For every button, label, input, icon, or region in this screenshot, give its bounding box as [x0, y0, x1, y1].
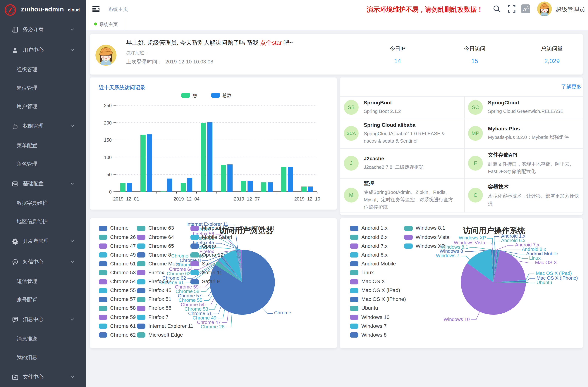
svg-text:您: 您 — [192, 93, 197, 98]
svg-text:Z: Z — [8, 6, 13, 14]
svg-text:2019−12−10: 2019−12−10 — [294, 196, 320, 202]
svg-text:文: 文 — [526, 6, 529, 9]
svg-text:150: 150 — [104, 137, 112, 143]
svg-text:50: 50 — [106, 172, 112, 177]
svg-text:100: 100 — [104, 155, 112, 160]
svg-text:2019−12−01: 2019−12−01 — [113, 196, 139, 202]
svg-text:2019−12−04: 2019−12−04 — [173, 196, 200, 202]
svg-text:2019−12−07: 2019−12−07 — [234, 196, 260, 202]
svg-text:总数: 总数 — [222, 93, 231, 98]
svg-text:200: 200 — [104, 120, 112, 125]
svg-text:250: 250 — [104, 103, 112, 108]
svg-text:0: 0 — [109, 189, 112, 194]
